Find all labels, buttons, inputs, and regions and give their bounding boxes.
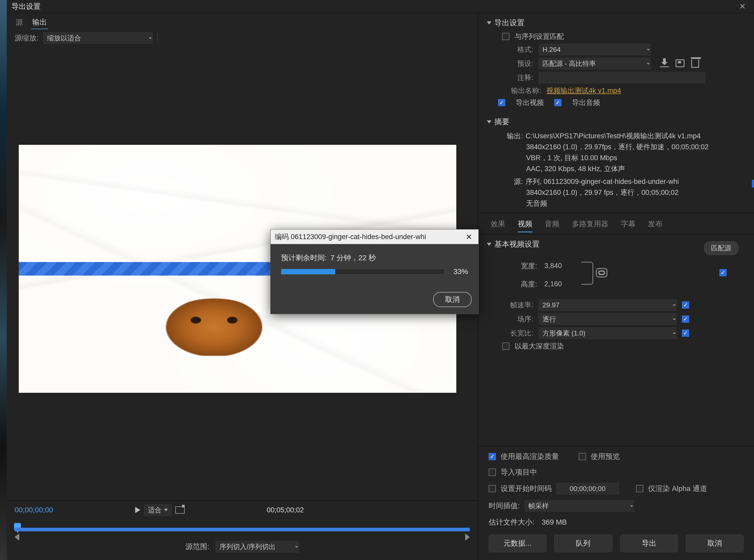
settings-pane: 导出设置 与序列设置匹配 格式: H.264 预设: 匹配源 - 高比特率 bbox=[478, 13, 754, 560]
tab-publish[interactable]: 发布 bbox=[648, 219, 663, 232]
preview-tabs: 源 输出 bbox=[7, 13, 478, 32]
dialog-close-button[interactable]: ✕ bbox=[464, 232, 474, 241]
import-preset-icon[interactable] bbox=[660, 59, 669, 67]
export-settings-heading: 导出设置 bbox=[494, 18, 525, 28]
window-titlebar: 导出设置 ✕ bbox=[7, 0, 754, 13]
play-icon[interactable] bbox=[135, 507, 140, 513]
fps-match-checkbox[interactable] bbox=[682, 301, 689, 309]
queue-button[interactable]: 队列 bbox=[554, 535, 612, 552]
timecode-duration: 00;05;00;02 bbox=[267, 506, 470, 514]
height-label: 高度: bbox=[506, 279, 537, 289]
start-tc-input[interactable] bbox=[556, 483, 619, 494]
alpha-only-checkbox[interactable] bbox=[636, 485, 643, 492]
comment-input[interactable] bbox=[538, 72, 705, 83]
preset-label: 预设: bbox=[502, 59, 533, 68]
dialog-titlebar: 编码 061123009-ginger-cat-hides-bed-under-… bbox=[271, 229, 478, 244]
use-preview-checkbox[interactable] bbox=[579, 453, 586, 460]
tab-audio[interactable]: 音频 bbox=[545, 219, 559, 232]
eta-value: 7 分钟，22 秒 bbox=[330, 253, 376, 263]
comment-label: 注释: bbox=[502, 73, 533, 82]
dialog-cancel-button[interactable]: 取消 bbox=[433, 292, 472, 307]
disclosure-icon[interactable] bbox=[487, 21, 491, 24]
progress-fill bbox=[281, 269, 335, 274]
cancel-button[interactable]: 取消 bbox=[686, 535, 743, 552]
tab-video[interactable]: 视频 bbox=[518, 219, 532, 232]
link-bracket-icon bbox=[581, 262, 593, 285]
import-project-label: 导入项目中 bbox=[501, 467, 537, 477]
window-close-button[interactable]: ✕ bbox=[735, 0, 749, 13]
export-audio-label: 导出音频 bbox=[572, 98, 600, 107]
timecode-current[interactable]: 00;00;00;00 bbox=[15, 506, 53, 514]
export-audio-checkbox[interactable] bbox=[554, 99, 562, 106]
field-order-label: 场序: bbox=[502, 314, 533, 324]
height-value[interactable]: 2,160 bbox=[544, 280, 562, 288]
summary-heading: 摘要 bbox=[494, 117, 509, 127]
fps-select[interactable]: 29.97 bbox=[538, 299, 677, 311]
time-interp-select[interactable]: 帧采样 bbox=[525, 500, 634, 512]
tab-source[interactable]: 源 bbox=[15, 16, 24, 29]
disclosure-icon[interactable] bbox=[487, 120, 491, 123]
max-quality-checkbox[interactable] bbox=[489, 453, 496, 460]
chevron-down-icon bbox=[164, 509, 168, 511]
tab-captions[interactable]: 字幕 bbox=[621, 219, 635, 232]
field-match-checkbox[interactable] bbox=[682, 315, 689, 323]
fit-select[interactable]: 适合 bbox=[144, 504, 171, 516]
aspect-select[interactable]: 方形像素 (1.0) bbox=[538, 327, 677, 339]
metadata-button[interactable]: 元数据... bbox=[489, 535, 546, 552]
preset-select[interactable]: 匹配源 - 高比特率 bbox=[538, 58, 651, 69]
time-interp-label: 时间插值: bbox=[489, 501, 520, 511]
max-depth-label: 以最大深度渲染 bbox=[515, 341, 564, 351]
preview-timeline[interactable] bbox=[15, 520, 470, 538]
delete-preset-icon[interactable] bbox=[691, 59, 699, 68]
cat-in-frame bbox=[159, 299, 269, 356]
app-edge-strip bbox=[0, 0, 7, 560]
scrollbar-thumb[interactable] bbox=[752, 180, 754, 187]
link-dimensions-button[interactable] bbox=[596, 268, 607, 277]
output-name-label: 输出名称: bbox=[502, 86, 541, 95]
field-order-select[interactable]: 逐行 bbox=[538, 313, 677, 325]
progress-bar bbox=[281, 269, 445, 275]
export-video-checkbox[interactable] bbox=[498, 99, 505, 106]
source-range-label: 源范围: bbox=[185, 542, 209, 552]
output-name-link[interactable]: 视频输出测试4k v1.mp4 bbox=[546, 86, 621, 95]
aspect-label: 长宽比: bbox=[502, 328, 533, 338]
settings-tabs: 效果 视频 音频 多路复用器 字幕 发布 bbox=[478, 213, 754, 235]
disclosure-icon[interactable] bbox=[487, 243, 491, 246]
dialog-title: 编码 061123009-ginger-cat-hides-bed-under-… bbox=[275, 232, 426, 241]
tab-mux[interactable]: 多路复用器 bbox=[572, 219, 608, 232]
format-select[interactable]: H.264 bbox=[538, 44, 651, 55]
progress-percent: 33% bbox=[453, 267, 468, 276]
source-scale-select[interactable]: 缩放以适合 bbox=[43, 32, 152, 44]
save-preset-icon[interactable] bbox=[676, 59, 685, 67]
encoding-progress-dialog: 编码 061123009-ginger-cat-hides-bed-under-… bbox=[270, 229, 479, 314]
tab-effects[interactable]: 效果 bbox=[491, 219, 505, 232]
aspect-correction-icon[interactable] bbox=[175, 506, 185, 514]
max-quality-label: 使用最高渲染质量 bbox=[501, 452, 559, 462]
transport-bar: 00;00;00;00 适合 00;05;00;02 bbox=[7, 500, 478, 560]
max-depth-checkbox[interactable] bbox=[502, 342, 509, 350]
in-point-handle[interactable] bbox=[15, 534, 19, 541]
dimension-group: 宽度: 3,840 高度: 2,160 bbox=[506, 261, 745, 289]
set-start-tc-checkbox[interactable] bbox=[489, 485, 496, 492]
footer-buttons: 元数据... 队列 导出 取消 bbox=[478, 530, 754, 560]
bottom-options: 使用最高渲染质量 使用预览 导入项目中 设置开始时间码 仅渲染 Alpha 通道 bbox=[478, 446, 754, 530]
import-project-checkbox[interactable] bbox=[489, 468, 496, 476]
source-scale-label: 源缩放: bbox=[15, 33, 39, 43]
eta-label: 预计剩余时间: bbox=[281, 253, 327, 263]
match-source-button[interactable]: 匹配源 bbox=[704, 241, 738, 255]
source-range-select[interactable]: 序列切入/序列切出 bbox=[216, 541, 299, 553]
alpha-only-label: 仅渲染 Alpha 通道 bbox=[648, 484, 707, 494]
basic-video-heading: 基本视频设置 bbox=[494, 239, 539, 249]
out-point-handle[interactable] bbox=[465, 534, 470, 541]
estimate-label: 估计文件大小: bbox=[489, 517, 534, 527]
estimate-value: 369 MB bbox=[542, 518, 567, 526]
tab-output[interactable]: 输出 bbox=[31, 16, 48, 29]
summary-block: 输出:C:\Users\XPS17\Pictures\TestH\视频输出测试4… bbox=[502, 131, 745, 209]
export-button[interactable]: 导出 bbox=[620, 535, 678, 552]
aspect-match-checkbox[interactable] bbox=[682, 329, 689, 337]
dimensions-match-checkbox[interactable] bbox=[719, 269, 727, 276]
width-value[interactable]: 3,840 bbox=[544, 262, 562, 270]
width-label: 宽度: bbox=[506, 261, 537, 271]
export-video-label: 导出视频 bbox=[516, 98, 544, 107]
match-sequence-checkbox[interactable] bbox=[502, 33, 509, 40]
